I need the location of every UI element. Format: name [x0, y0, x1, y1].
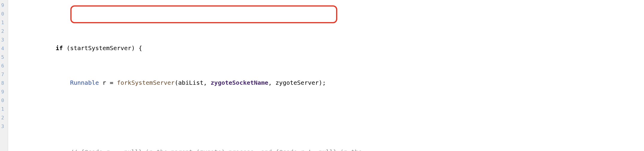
function-call: forkSystemServer — [117, 79, 175, 86]
arg: abiList — [178, 79, 203, 86]
gutter-line: 4 — [0, 43, 8, 52]
brace: { — [135, 44, 142, 52]
code-line: if (startSystemServer) { — [56, 44, 644, 53]
keyword-if: if — [56, 44, 63, 52]
gutter-line: 9 — [0, 0, 8, 9]
paren: ); — [319, 79, 326, 86]
gutter-line: 8 — [0, 78, 8, 87]
gutter-line: 7 — [0, 69, 8, 78]
gutter-line-number: 6 — [1, 62, 4, 69]
type-name: Runnable — [70, 79, 99, 86]
gutter-line: 1 — [0, 17, 8, 26]
code-editor: 901234567890123 if (startSystemServer) {… — [0, 0, 644, 151]
gutter-line-number: 7 — [1, 71, 4, 78]
gutter-line: 5 — [0, 52, 8, 61]
gutter-line-number: 2 — [1, 28, 4, 35]
comma: , — [203, 79, 211, 86]
paren: ( — [66, 44, 70, 52]
gutter-line-number: 9 — [1, 2, 4, 9]
gutter-line-number: 3 — [1, 123, 4, 130]
highlight-rectangle — [70, 5, 337, 23]
gutter-line: 3 — [0, 35, 8, 43]
gutter-line: 6 — [0, 61, 8, 69]
gutter-line: 2 — [0, 113, 8, 121]
gutter-line-number: 5 — [1, 54, 4, 61]
gutter-line-number: 0 — [1, 97, 4, 104]
gutter-line: 2 — [0, 26, 8, 35]
arg: zygoteSocketName — [211, 79, 268, 86]
comma: , — [268, 79, 275, 86]
gutter-line-number: 3 — [1, 36, 4, 43]
paren: ) — [131, 44, 135, 52]
gutter-line-number: 2 — [1, 114, 4, 121]
gutter-line-number: 1 — [1, 19, 4, 26]
code-line: Runnable r = forkSystemServer(abiList, z… — [56, 78, 644, 87]
paren: ( — [174, 79, 178, 86]
gutter-line: 9 — [0, 87, 8, 95]
code-line-blank — [56, 113, 644, 122]
gutter-line: 0 — [0, 9, 8, 17]
gutter: 901234567890123 — [0, 0, 8, 151]
operator: = — [110, 79, 117, 86]
gutter-line-number: 8 — [1, 80, 4, 87]
gutter-line: 0 — [0, 95, 8, 104]
identifier: r — [99, 79, 110, 86]
code-area: if (startSystemServer) { Runnable r = fo… — [8, 0, 644, 151]
arg: zygoteServer — [276, 79, 319, 86]
code-comment: // {@code r == null} in the parent (zygo… — [56, 148, 644, 151]
gutter-line: 3 — [0, 121, 8, 130]
gutter-line: 1 — [0, 104, 8, 113]
punct — [63, 44, 66, 52]
gutter-line-number: 4 — [1, 45, 4, 52]
gutter-line-number: 9 — [1, 88, 4, 95]
gutter-line-number: 1 — [1, 106, 4, 113]
identifier: startSystemServer — [70, 44, 131, 52]
gutter-line-number: 0 — [1, 10, 4, 17]
